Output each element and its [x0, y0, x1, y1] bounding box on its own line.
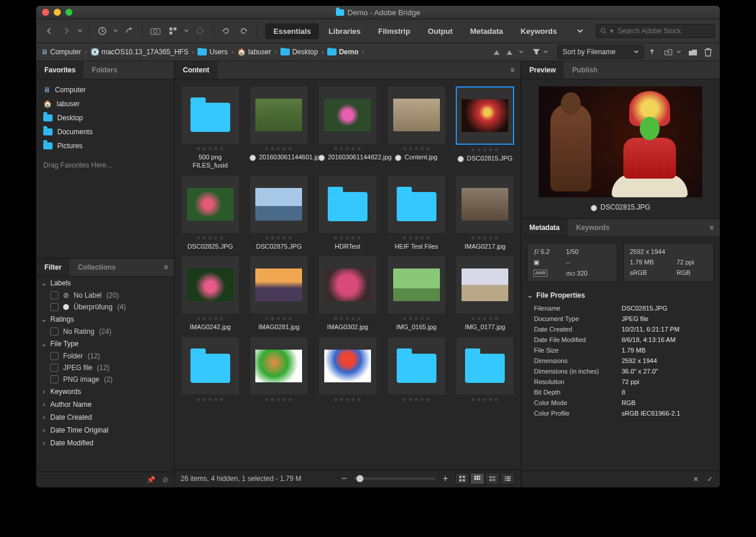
open-camera-raw-button[interactable] [192, 23, 208, 39]
breadcrumb-macos10-13-17a365-hfs[interactable]: 💽macOS10.13_17A365_HFS [91, 48, 189, 56]
favorite-pictures[interactable]: Pictures [36, 139, 174, 153]
thumbnail-item[interactable]: ★★★★★ [315, 337, 380, 403]
search-input[interactable] [616, 26, 711, 36]
thumbnail-item[interactable]: ★★★★★IMAG0281.jpg [247, 256, 311, 332]
thumb-quality-1-icon[interactable] [492, 47, 501, 57]
filter-item[interactable]: Folder (12) [36, 350, 174, 362]
sort-ascending-button[interactable] [647, 47, 657, 57]
thumbnail-item[interactable]: ★★★★★IMAG0242.jpg [178, 256, 242, 332]
thumbnail-item[interactable]: ★★★★★DSC02825.JPG [178, 176, 242, 251]
open-recent-button[interactable] [664, 47, 673, 57]
filter-panel-menu-icon[interactable]: ≡ [158, 259, 174, 276]
tab-collections[interactable]: Collections [70, 259, 124, 276]
refine-button[interactable] [165, 23, 181, 39]
filter-group-labels[interactable]: ⌄Labels [36, 277, 174, 290]
favorite-desktop[interactable]: Desktop [36, 111, 174, 125]
zoom-in-button[interactable]: + [443, 473, 448, 484]
thumbnail-item[interactable]: ★★★★★Content.jpg [384, 86, 449, 170]
thumbnail-item[interactable]: ★★★★★IMAG0217.jpg [453, 176, 517, 251]
nav-back-button[interactable] [41, 23, 57, 39]
tab-preview[interactable]: Preview [521, 61, 564, 79]
tab-content[interactable]: Content [175, 61, 217, 79]
filter-group-keywords[interactable]: ›Keywords [36, 385, 174, 398]
filter-group-author-name[interactable]: ›Author Name [36, 398, 174, 411]
pin-icon[interactable]: 📌 [147, 476, 155, 484]
recent-button[interactable] [94, 23, 110, 39]
metadata-panel-menu-icon[interactable]: ≡ [703, 219, 720, 236]
breadcrumb-computer[interactable]: 🖥Computer [41, 48, 81, 56]
rotate-cw-button[interactable] [235, 23, 252, 39]
thumbnail-item[interactable]: ★★★★★ [247, 337, 311, 403]
apply-metadata-icon[interactable]: ✓ [707, 475, 713, 483]
filter-group-date-created[interactable]: ›Date Created [36, 411, 174, 424]
boomerang-button[interactable] [121, 23, 137, 39]
recent-dropdown[interactable] [112, 23, 120, 39]
thumbnail-item[interactable]: ★★★★★ [384, 337, 449, 403]
workspace-filmstrip[interactable]: Filmstrip [370, 23, 418, 39]
nav-forward-button[interactable] [58, 23, 75, 39]
favorite-computer[interactable]: 🖥Computer [36, 83, 174, 97]
filter-group-date-modified[interactable]: ›Date Modified [36, 437, 174, 449]
thumb-quality-2-icon[interactable] [505, 47, 514, 57]
thumbnail-item[interactable]: ★★★★★IMAG0302.jpg [315, 256, 380, 332]
filter-group-file-type[interactable]: ⌄File Type [36, 337, 174, 350]
filter-dropdown[interactable] [541, 47, 550, 57]
thumbnail-item[interactable]: ★★★★★HEIF Test Files [384, 176, 449, 251]
filter-item[interactable]: Überprüfung (4) [36, 301, 174, 313]
workspace-libraries[interactable]: Libraries [320, 23, 369, 39]
clear-filter-icon[interactable]: ⊘ [162, 476, 168, 484]
workspace-essentials[interactable]: Essentials [265, 23, 319, 39]
favorite-labuser[interactable]: 🏠labuser [36, 97, 174, 111]
search-dropdown-icon[interactable]: ▾ [610, 27, 613, 35]
sort-dropdown[interactable]: Sort by Filename [557, 45, 644, 59]
view-list-button[interactable] [501, 473, 515, 484]
tab-metadata[interactable]: Metadata [521, 219, 568, 236]
breadcrumb-demo[interactable]: Demo [327, 48, 358, 56]
thumbnail-item[interactable]: ★★★★★DSC02815.JPG [453, 86, 517, 170]
workspace-keywords[interactable]: Keywords [512, 23, 565, 39]
delete-button[interactable] [703, 47, 713, 57]
open-recent-dropdown[interactable] [674, 47, 684, 57]
workspace-metadata[interactable]: Metadata [462, 23, 511, 39]
thumbnail-item[interactable]: ★★★★★500 png FILES_fusid [178, 86, 242, 170]
filter-button[interactable] [532, 47, 541, 57]
tab-folders[interactable]: Folders [84, 61, 125, 79]
zoom-out-button[interactable]: − [341, 473, 346, 484]
content-area[interactable]: ★★★★★500 png FILES_fusid★★★★★20160306114… [175, 79, 521, 469]
thumbnail-item[interactable]: ★★★★★ [453, 337, 517, 403]
new-folder-button[interactable] [688, 47, 698, 57]
filter-group-ratings[interactable]: ⌄Ratings [36, 313, 174, 326]
tab-publish[interactable]: Publish [564, 61, 605, 79]
thumbnail-item[interactable]: ★★★★★IMG_0165.jpg [384, 256, 449, 332]
thumbnail-size-slider[interactable] [354, 477, 436, 480]
preview-image[interactable] [539, 86, 702, 197]
refine-dropdown[interactable] [182, 23, 190, 39]
thumbnail-item[interactable]: ★★★★★DSC02875.JPG [247, 176, 311, 251]
breadcrumb-labuser[interactable]: 🏠labuser [237, 48, 271, 56]
filter-item[interactable]: JPEG file (12) [36, 362, 174, 374]
thumbnail-item[interactable]: ★★★★★HDRTest [315, 176, 380, 251]
workspace-more-button[interactable] [572, 23, 588, 39]
favorite-documents[interactable]: Documents [36, 125, 174, 139]
get-photos-button[interactable] [147, 23, 164, 39]
workspace-output[interactable]: Output [419, 23, 461, 39]
thumbnail-item[interactable]: ★★★★★ [178, 337, 242, 403]
nav-dropdown[interactable] [76, 23, 84, 39]
cancel-metadata-icon[interactable]: ✕ [693, 475, 699, 483]
view-grid-lock-button[interactable] [455, 473, 469, 484]
filter-item[interactable]: PNG image (2) [36, 374, 174, 385]
thumbnail-item[interactable]: ★★★★★IMG_0177.jpg [453, 256, 517, 332]
view-thumbnails-button[interactable] [470, 473, 484, 484]
breadcrumb-users[interactable]: Users [197, 48, 227, 56]
filter-item[interactable]: ⊘No Label (20) [36, 290, 174, 301]
file-properties-header[interactable]: ⌄ File Properties [521, 288, 720, 303]
tab-favorites[interactable]: Favorites [36, 61, 84, 79]
view-details-button[interactable] [485, 473, 500, 484]
content-panel-menu-icon[interactable]: ≡ [504, 61, 521, 79]
tab-filter[interactable]: Filter [36, 259, 70, 276]
search-box[interactable]: ▾ [596, 24, 715, 38]
thumb-quality-dropdown[interactable] [516, 47, 526, 57]
filter-item[interactable]: No Rating (24) [36, 326, 174, 337]
breadcrumb-desktop[interactable]: Desktop [280, 48, 318, 56]
thumbnail-item[interactable]: ★★★★★201603061144822.jpg [315, 86, 380, 170]
